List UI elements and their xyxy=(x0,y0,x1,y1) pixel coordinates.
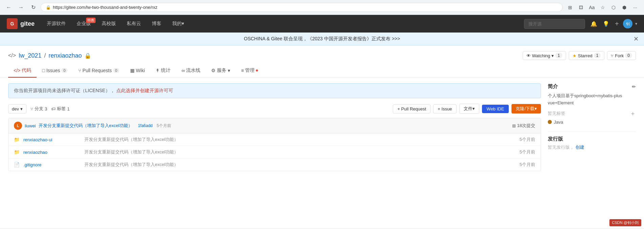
file-button[interactable]: 文件▾ xyxy=(459,104,479,114)
avatar-dropdown-icon[interactable]: ▾ xyxy=(635,21,637,26)
tab-pipeline[interactable]: ∞ 流水线 xyxy=(176,64,206,78)
star-button[interactable]: ★ Starred 1 xyxy=(569,51,604,60)
fork-button[interactable]: ⑂ Fork 0 xyxy=(607,51,636,60)
tab-service[interactable]: ⚙ 服务 ▾ xyxy=(206,64,236,78)
fork-icon: ⑂ xyxy=(611,53,613,58)
search-input[interactable] xyxy=(524,19,585,29)
release-title: 发行版 xyxy=(548,136,636,142)
file-commit-msg: 开发分支重新提交代码（增加了导入excel功能） xyxy=(84,149,508,155)
repo-owner[interactable]: lw_2021 xyxy=(19,52,41,59)
repo-actions: 👁 Watching ▾ 1 ★ Starred 1 ⑂ Fork 0 xyxy=(523,51,636,60)
file-name[interactable]: renxiaozhao-ui xyxy=(23,137,84,142)
pull-request-button[interactable]: + Pull Request xyxy=(393,104,430,113)
edit-intro-icon[interactable]: ✏ xyxy=(632,84,636,89)
header-actions: 🔔 💡 + 钊 ▾ xyxy=(589,19,637,29)
admin-icon: ≡ xyxy=(241,68,244,73)
repo-title-row: </> lw_2021 / renxiaozhao 🔒 👁 Watching ▾… xyxy=(8,51,636,60)
nav-university[interactable]: 高校版 xyxy=(96,15,121,33)
create-release-link[interactable]: 创建 xyxy=(576,144,584,150)
nav-opensource[interactable]: 开源软件 xyxy=(41,15,71,33)
release-none: 暂无发行版， 创建 xyxy=(548,144,636,150)
tab-code[interactable]: </> 代码 xyxy=(8,64,37,78)
issue-button[interactable]: + Issue xyxy=(433,104,456,113)
tab-stats[interactable]: ↟ 统计 xyxy=(150,64,176,78)
more-button[interactable]: ··· xyxy=(630,3,640,12)
branch-icon: ⑂ xyxy=(31,106,33,111)
watch-dropdown-icon: ▾ xyxy=(551,53,554,58)
repo-slash: / xyxy=(44,52,46,59)
favorite-button[interactable]: ☆ xyxy=(598,3,607,12)
lock-icon: 🔒 xyxy=(46,5,51,10)
tab-issues[interactable]: □ Issues 0 xyxy=(37,64,73,77)
service-icon: ⚙ xyxy=(211,68,216,73)
web-ide-button[interactable]: Web IDE xyxy=(482,105,509,113)
file-list: L liuwei 开发分支重新提交代码（增加了导入excel功能） 1fa6ad… xyxy=(8,118,541,171)
cast-button[interactable]: ⊞ xyxy=(565,3,575,12)
fork-count: 0 xyxy=(625,53,632,58)
clone-button[interactable]: 克隆/下载▾ xyxy=(511,104,541,113)
file-time: 5个月前 xyxy=(508,149,535,155)
commit-hash[interactable]: 1fa6add xyxy=(138,123,153,128)
address-bar[interactable]: 🔒 https://gitee.com/lw-two-thousand-and-… xyxy=(41,3,563,12)
sidebar-divider xyxy=(548,131,636,132)
ext2-button[interactable]: ⬢ xyxy=(620,3,629,12)
nav-mine[interactable]: 我的▾ xyxy=(167,15,189,33)
repo-title: </> lw_2021 / renxiaozhao 🔒 xyxy=(8,52,91,59)
csdn-badge: CSDN @钊小刘 xyxy=(609,219,641,226)
file-icon: 📄 xyxy=(14,162,20,167)
nav-enterprise[interactable]: 企业版 特惠 xyxy=(71,15,96,33)
bell-icon[interactable]: 🔔 xyxy=(589,19,599,28)
sidebar-intro-title: 简介 ✏ xyxy=(548,83,636,90)
file-name[interactable]: .gitignore xyxy=(23,162,84,167)
file-name[interactable]: renxiaozhao xyxy=(23,150,84,155)
read-button[interactable]: Aa xyxy=(587,3,597,12)
nav-private[interactable]: 私有云 xyxy=(121,15,146,33)
tab-wiki[interactable]: ▦ Wiki xyxy=(125,64,150,77)
branch-left: dev ▾ ⑂ 分支 3 🏷 标签 1 xyxy=(8,104,69,113)
code-icon: </> xyxy=(14,68,20,73)
add-tag-icon[interactable]: ＋ xyxy=(630,109,636,118)
repo-name[interactable]: renxiaozhao xyxy=(48,52,82,59)
wiki-icon: ▦ xyxy=(130,68,135,73)
commit-count: ⊞ 18次提交 xyxy=(512,123,535,129)
stats-icon: ↟ xyxy=(156,68,160,73)
branch-dropdown-icon: ▾ xyxy=(20,106,23,111)
commit-time: 5个月前 xyxy=(157,123,171,129)
tag-count-info: 🏷 标签 1 xyxy=(51,106,69,112)
tab-admin[interactable]: ≡ 管理 xyxy=(236,64,263,78)
star-count: 1 xyxy=(594,53,601,58)
branch-selector[interactable]: dev ▾ xyxy=(8,104,26,113)
ext1-button[interactable]: ⬡ xyxy=(609,3,618,12)
reload-button[interactable]: ↻ xyxy=(28,3,38,12)
license-link[interactable]: 点此选择并创建开源许可可 xyxy=(116,88,173,93)
license-notice: 你当前开源项目尚未选择许可证（LICENSE）， 点此选择并创建开源许可可 xyxy=(8,83,541,98)
repo-tabs: </> 代码 □ Issues 0 ⑂ Pull Requests 0 ▦ Wi… xyxy=(8,64,636,78)
forward-button[interactable]: → xyxy=(16,3,26,12)
watch-button[interactable]: 👁 Watching ▾ 1 xyxy=(523,51,566,60)
user-avatar[interactable]: 钊 xyxy=(623,19,632,28)
sidebar-intro-desc: 个人项目基于springboot+mybatis-plus vue+Elemen… xyxy=(548,92,636,107)
commit-author-name[interactable]: liuwei xyxy=(25,123,36,128)
lightbulb-icon[interactable]: 💡 xyxy=(601,19,611,28)
commit-message[interactable]: 开发分支重新提交代码（增加了导入excel功能） xyxy=(39,123,133,129)
branch-count-info: ⑂ 分支 3 xyxy=(31,106,47,112)
back-button[interactable]: ← xyxy=(4,3,14,12)
repo-visibility-icon: 🔒 xyxy=(84,53,91,59)
sidebar-intro-section: 简介 ✏ 个人项目基于springboot+mybatis-plus vue+E… xyxy=(548,83,636,125)
banner-close-button[interactable]: ✕ xyxy=(633,35,639,43)
sidebar-language: Java xyxy=(548,120,636,125)
gitee-logo[interactable]: G gitee xyxy=(7,18,35,29)
repo-header: </> lw_2021 / renxiaozhao 🔒 👁 Watching ▾… xyxy=(0,46,644,78)
tab-pull-requests[interactable]: ⑂ Pull Requests 0 xyxy=(73,64,125,77)
commit-author-avatar: L xyxy=(14,122,22,130)
repo-type-icon: </> xyxy=(8,53,16,59)
announcement-banner: OSCHINA & Gitee 联合呈现，《2023 中国开源开发者报告》正式发… xyxy=(0,33,644,46)
file-time: 5个月前 xyxy=(508,162,535,168)
main-content: </> lw_2021 / renxiaozhao 🔒 👁 Watching ▾… xyxy=(0,46,644,228)
browser-chrome: ← → ↻ 🔒 https://gitee.com/lw-two-thousan… xyxy=(0,0,644,15)
zoom-button[interactable]: ⚃ xyxy=(576,3,586,12)
repo-sidebar: 简介 ✏ 个人项目基于springboot+mybatis-plus vue+E… xyxy=(548,83,636,171)
nav-blog[interactable]: 博客 xyxy=(146,15,167,33)
plus-icon[interactable]: + xyxy=(613,19,620,29)
gitee-logo-name: gitee xyxy=(20,20,35,27)
